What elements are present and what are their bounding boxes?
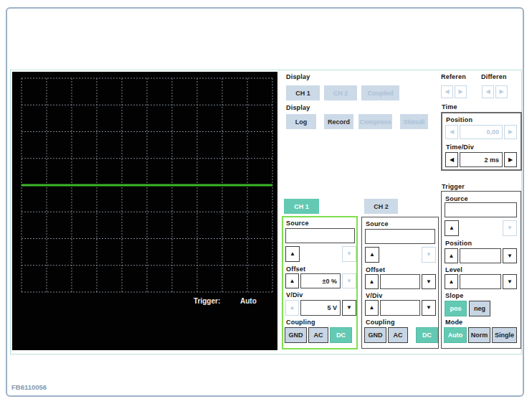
ch2-coupling-dc-button[interactable]: DC [416,327,438,343]
scope-trigger-mode: Auto [240,297,257,305]
trigger-level-field[interactable] [460,274,501,289]
ch1-source-down-arrow-icon: ▼ [342,246,356,262]
record-button[interactable]: Record [324,114,353,129]
ch1-coupling-label: Coupling [286,319,315,326]
ch1-offset-up-arrow-button[interactable]: ▲ [285,273,299,288]
slope-pos-button[interactable]: pos [445,301,467,316]
ch2-coupling-label: Coupling [366,319,395,326]
ch2-source-label: Source [366,220,389,227]
ch2-vdiv-down-arrow-button[interactable]: ▼ [422,300,436,316]
trigger-position-down-arrow-button[interactable]: ▼ [503,248,517,263]
ch1-offset-label: Offset [286,266,305,273]
ch1-button[interactable]: CH 1 [284,199,319,214]
trigger-slope-label: Slope [445,292,464,299]
log-button[interactable]: Log [286,114,316,129]
difference-right-arrow-icon: ▶ [495,85,508,98]
trigger-source-label: Source [445,195,468,202]
ch2-coupling-gnd-button[interactable]: GND [364,327,386,343]
time-position-right-arrow-icon: ▶ [504,125,517,139]
ch1-vdiv-up-arrow-icon: ▲ [285,300,299,316]
ch1-coupling-dc-button[interactable]: DC [330,327,352,343]
ch2-source-field[interactable] [365,229,435,244]
ch1-offset-field[interactable]: ±0 % [300,273,341,288]
display-ch1-button[interactable]: CH 1 [286,85,320,100]
trigger-position-label: Position [445,240,472,247]
ch1-vdiv-field[interactable]: 5 V [300,300,341,316]
trigger-source-up-arrow-button[interactable]: ▲ [445,220,459,236]
scope-canvas: Trigger: Auto [12,72,277,350]
trigger-source-field[interactable] [445,202,517,217]
difference-label: Differen [481,73,507,80]
time-position-field: 0,00 [460,125,503,139]
trigger-source-down-arrow-icon: ▼ [503,220,517,236]
trigger-level-down-arrow-button[interactable]: ▼ [503,274,517,289]
ch2-vdiv-field[interactable] [380,300,420,316]
footer-id: FB6110056 [11,383,47,391]
ch2-offset-up-arrow-button[interactable]: ▲ [365,274,379,289]
trigger-mode-label: Mode [445,319,462,326]
ch2-offset-down-arrow-button[interactable]: ▼ [422,274,436,289]
reference-right-arrow-icon: ▶ [455,85,467,98]
trigger-level-up-arrow-button[interactable]: ▲ [445,274,458,289]
timediv-field[interactable]: 2 ms [460,152,503,167]
trigger-position-up-arrow-button[interactable]: ▲ [445,248,458,263]
trigger-label: Trigger [442,183,465,190]
scope-trigger-label: Trigger: [194,297,220,305]
slope-neg-button[interactable]: neg [469,301,490,316]
mode-auto-button[interactable]: Auto [444,327,467,343]
ch2-offset-field[interactable] [380,274,420,289]
ch1-vdiv-down-arrow-button[interactable]: ▼ [342,300,356,316]
ch1-offset-down-arrow-icon: ▼ [342,273,356,288]
compress-button: Compress [358,114,392,129]
display-channels-label: Display [286,73,310,80]
trigger-position-field[interactable] [460,248,501,263]
ch2-vdiv-up-arrow-button[interactable]: ▲ [365,300,379,316]
reference-left-arrow-icon: ◀ [441,85,453,98]
ch2-vdiv-label: V/Div [366,292,383,299]
ch2-coupling-ac-button[interactable]: AC [388,327,408,343]
timediv-label: Time/Div [446,144,474,151]
ch1-source-field[interactable] [285,228,355,243]
mode-single-button[interactable]: Single [492,327,517,343]
stimuli-button: Stimuli [400,114,428,129]
ch1-coupling-ac-button[interactable]: AC [308,327,328,343]
ch2-source-up-arrow-button[interactable]: ▲ [365,247,379,263]
display-modes-label: Display [286,104,310,111]
ch1-vdiv-label: V/Div [286,291,303,299]
time-position-label: Position [446,116,472,123]
difference-left-arrow-icon: ◀ [482,85,494,98]
display-coupled-button: Coupled [361,85,399,100]
mode-norm-button[interactable]: Norm [468,327,490,343]
ch2-button[interactable]: CH 2 [364,199,398,214]
ch1-source-label: Source [286,220,309,227]
app-window: Trigger: Auto Display CH 1 CH 2 Coupled … [0,0,532,404]
ch2-source-down-arrow-icon: ▼ [422,247,436,263]
timediv-left-arrow-button[interactable]: ◀ [445,152,458,167]
ch2-offset-label: Offset [366,266,385,273]
ch1-source-up-arrow-button[interactable]: ▲ [285,246,300,262]
scope-display: Trigger: Auto [12,72,277,350]
reference-label: Referen [441,73,466,80]
time-label: Time [442,103,457,111]
trigger-level-label: Level [445,266,462,273]
time-position-left-arrow-icon: ◀ [445,125,458,139]
timediv-right-arrow-button[interactable]: ▶ [504,152,517,167]
display-ch2-button: CH 2 [324,85,357,100]
ch1-coupling-gnd-button[interactable]: GND [285,327,307,343]
